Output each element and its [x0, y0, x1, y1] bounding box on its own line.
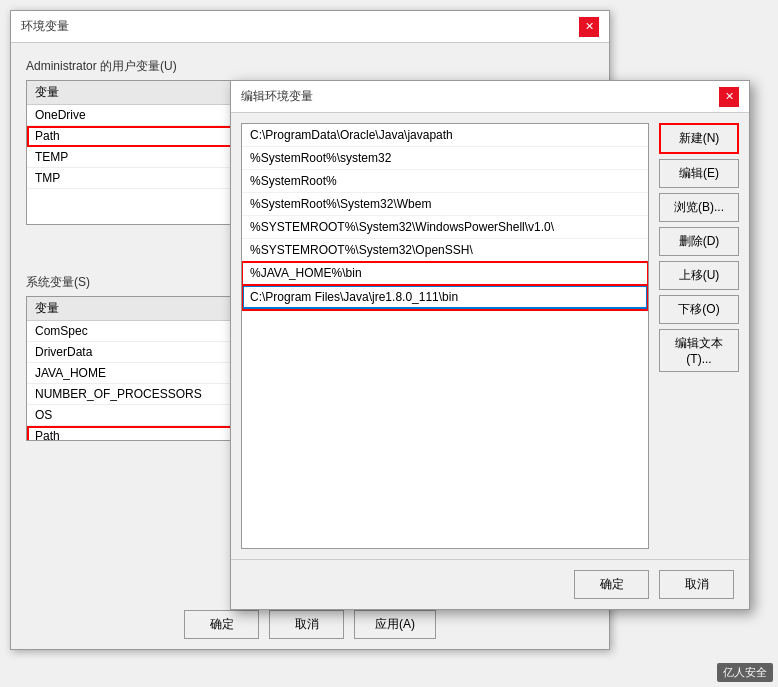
edit-dialog-titlebar: 编辑环境变量 ✕ [231, 81, 749, 113]
new-path-btn[interactable]: 新建(N) [659, 123, 739, 154]
edit-cancel-btn[interactable]: 取消 [659, 570, 734, 599]
move-down-btn[interactable]: 下移(O) [659, 295, 739, 324]
path-edit-item [242, 285, 648, 310]
path-list-item[interactable]: %SystemRoot% [242, 170, 648, 193]
path-list-item[interactable]: %SYSTEMROOT%\System32\OpenSSH\ [242, 239, 648, 262]
path-list-item[interactable]: %SYSTEMROOT%\System32\WindowsPowerShell\… [242, 216, 648, 239]
path-list-item[interactable]: %SystemRoot%\system32 [242, 147, 648, 170]
edit-titlebar-controls: ✕ [719, 87, 739, 107]
bg-window-title: 环境变量 [21, 18, 69, 35]
edit-dialog-body: C:\ProgramData\Oracle\Java\javapath%Syst… [231, 113, 749, 559]
edit-dialog-footer: 确定 取消 [231, 559, 749, 609]
edit-dialog-title: 编辑环境变量 [241, 88, 313, 105]
bg-cancel-btn[interactable]: 取消 [269, 610, 344, 639]
path-list: C:\ProgramData\Oracle\Java\javapath%Syst… [242, 124, 648, 310]
titlebar-controls: ✕ [579, 17, 599, 37]
path-edit-input[interactable] [242, 285, 648, 309]
edit-ok-btn[interactable]: 确定 [574, 570, 649, 599]
bg-window-titlebar: 环境变量 ✕ [11, 11, 609, 43]
path-list-container: C:\ProgramData\Oracle\Java\javapath%Syst… [241, 123, 649, 549]
path-list-item[interactable]: %JAVA_HOME%\bin [242, 262, 648, 285]
move-up-btn[interactable]: 上移(U) [659, 261, 739, 290]
edit-env-dialog: 编辑环境变量 ✕ C:\ProgramData\Oracle\Java\java… [230, 80, 750, 610]
path-list-item[interactable]: C:\ProgramData\Oracle\Java\javapath [242, 124, 648, 147]
bg-ok-btn[interactable]: 确定 [184, 610, 259, 639]
path-list-editing-item [242, 285, 648, 310]
bg-apply-btn[interactable]: 应用(A) [354, 610, 436, 639]
edit-text-btn[interactable]: 编辑文本(T)... [659, 329, 739, 372]
browse-path-btn[interactable]: 浏览(B)... [659, 193, 739, 222]
edit-side-buttons: 新建(N) 编辑(E) 浏览(B)... 删除(D) 上移(U) 下移(O) 编… [659, 123, 739, 549]
bg-window-close-btn[interactable]: ✕ [579, 17, 599, 37]
edit-path-btn[interactable]: 编辑(E) [659, 159, 739, 188]
watermark: 亿人安全 [717, 663, 773, 682]
delete-path-btn[interactable]: 删除(D) [659, 227, 739, 256]
path-list-item[interactable]: %SystemRoot%\System32\Wbem [242, 193, 648, 216]
user-section-label: Administrator 的用户变量(U) [26, 58, 594, 75]
edit-dialog-close-btn[interactable]: ✕ [719, 87, 739, 107]
